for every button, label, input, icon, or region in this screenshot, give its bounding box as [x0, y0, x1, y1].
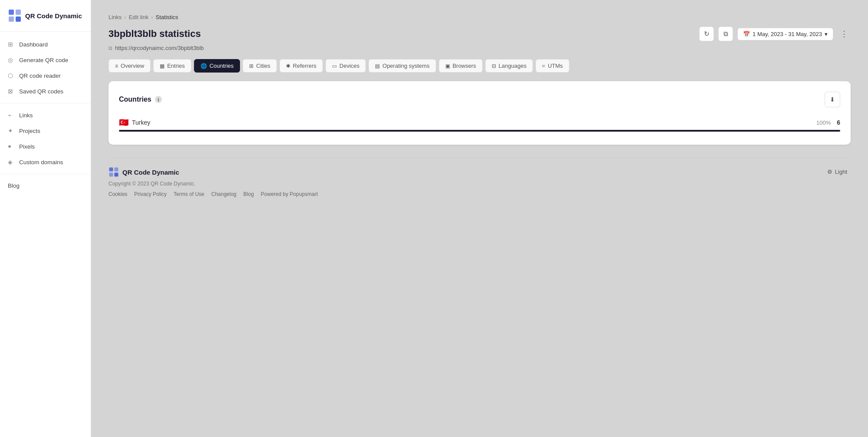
overview-icon: ≡: [115, 63, 118, 69]
sidebar-item-dashboard[interactable]: ⊞ Dashboard: [0, 37, 91, 52]
copy-icon: ⧉: [723, 30, 728, 38]
custom-domains-icon: ◈: [8, 159, 15, 166]
country-name: Turkey: [132, 119, 150, 126]
info-icon[interactable]: ℹ: [155, 96, 162, 103]
breadcrumb-edit-link[interactable]: Edit link: [129, 14, 149, 20]
sidebar-item-pixels[interactable]: ● Pixels: [0, 139, 91, 154]
svg-rect-2: [9, 17, 14, 22]
country-stats: 100% 6: [816, 119, 840, 126]
footer-logo-text: QR Code Dynamic: [122, 169, 179, 176]
sidebar-item-label: Links: [19, 112, 33, 119]
tab-overview[interactable]: ≡ Overview: [108, 59, 151, 73]
links-icon: ⌁: [8, 112, 15, 119]
sidebar-item-blog[interactable]: Blog: [0, 179, 91, 193]
card-title: Countries: [119, 96, 151, 103]
sidebar-divider-2: [0, 174, 91, 174]
country-row: 🇹🇷 Turkey 100% 6: [119, 115, 840, 134]
page-header: 3bpblt3blb statistics ↻ ⧉ 📅 1 May, 2023 …: [108, 26, 851, 41]
sidebar-logo-text: QR Code Dynamic: [25, 12, 82, 20]
os-icon: ▤: [375, 63, 380, 69]
blog-label: Blog: [8, 182, 20, 189]
country-info: 🇹🇷 Turkey 100% 6: [119, 118, 840, 127]
svg-rect-6: [109, 173, 113, 177]
country-count: 6: [837, 119, 840, 126]
progress-bar-background: [119, 130, 840, 132]
svg-rect-7: [115, 173, 118, 177]
utms-icon: ⌗: [542, 63, 545, 69]
sidebar-item-qr-reader[interactable]: ⬡ QR code reader: [0, 68, 91, 83]
sidebar-item-label: Projects: [19, 128, 40, 134]
dashboard-icon: ⊞: [8, 41, 15, 48]
footer-link-cookies[interactable]: Cookies: [108, 191, 127, 197]
breadcrumb-links[interactable]: Links: [108, 14, 122, 20]
browsers-icon: ▣: [445, 63, 450, 69]
sidebar-item-label: Saved QR codes: [19, 88, 63, 95]
languages-icon: ⊟: [492, 63, 496, 69]
tab-languages[interactable]: ⊟ Languages: [485, 59, 533, 73]
tab-entries[interactable]: ▦ Entries: [153, 59, 191, 73]
tab-cities[interactable]: ⊞ Cities: [243, 59, 277, 73]
footer-link-terms[interactable]: Terms of Use: [174, 191, 204, 197]
sidebar-item-generate-qr[interactable]: ◎ Generate QR code: [0, 53, 91, 67]
footer-link-blog[interactable]: Blog: [243, 191, 254, 197]
sidebar-item-label: Generate QR code: [19, 57, 68, 63]
sidebar: QR Code Dynamic ⊞ Dashboard ◎ Generate Q…: [0, 0, 91, 437]
tab-label: Devices: [339, 63, 359, 69]
footer-link-privacy[interactable]: Privacy Policy: [134, 191, 167, 197]
tab-utms[interactable]: ⌗ UTMs: [536, 59, 569, 73]
tab-label: UTMs: [548, 63, 563, 69]
more-button[interactable]: ⋮: [838, 27, 851, 40]
qr-reader-icon: ⬡: [8, 72, 15, 79]
page-title: 3bpblt3blb statistics: [108, 28, 201, 40]
header-actions: ↻ ⧉ 📅 1 May, 2023 - 31 May, 2023 ▾ ⋮: [699, 26, 851, 41]
sidebar-item-label: Pixels: [19, 143, 35, 150]
theme-icon: ⚙: [827, 169, 832, 175]
sidebar-item-saved-qr[interactable]: ⊠ Saved QR codes: [0, 84, 91, 99]
tab-operating-systems[interactable]: ▤ Operating systems: [368, 59, 436, 73]
tab-browsers[interactable]: ▣ Browsers: [439, 59, 483, 73]
main-content: Links › Edit link › Statistics 3bpblt3bl…: [91, 0, 868, 437]
turkey-flag: 🇹🇷: [119, 118, 128, 127]
refresh-button[interactable]: ↻: [699, 26, 714, 41]
card-header: Countries ℹ ⬇: [119, 92, 840, 107]
sidebar-item-links[interactable]: ⌁ Links: [0, 108, 91, 122]
cities-icon: ⊞: [249, 63, 253, 69]
card-title-row: Countries ℹ: [119, 96, 162, 103]
sidebar-item-custom-domains[interactable]: ◈ Custom domains: [0, 155, 91, 169]
page-url-text: https://qrcodynaimc.com/3bpblt3blb: [115, 45, 204, 51]
tab-devices[interactable]: ▭ Devices: [326, 59, 366, 73]
footer: QR Code Dynamic Copyright © 2023 QR Code…: [108, 167, 851, 197]
saved-qr-icon: ⊠: [8, 88, 15, 95]
progress-bar-fill: [119, 130, 840, 132]
footer-link-popupsmart[interactable]: Powered by Popupsmart: [261, 191, 318, 197]
tab-referrers[interactable]: ✱ Referrers: [279, 59, 323, 73]
projects-icon: ✦: [8, 127, 15, 134]
copy-button[interactable]: ⧉: [718, 26, 733, 41]
download-icon: ⬇: [830, 96, 835, 103]
countries-icon: 🌐: [201, 63, 207, 69]
svg-rect-3: [16, 17, 21, 22]
download-button[interactable]: ⬇: [825, 92, 840, 107]
svg-rect-1: [16, 10, 21, 15]
footer-link-changelog[interactable]: Changelog: [211, 191, 237, 197]
breadcrumb-current: Statistics: [156, 14, 178, 20]
tab-label: Referrers: [293, 63, 316, 69]
tab-countries[interactable]: 🌐 Countries: [194, 59, 240, 73]
footer-logo-icon: [108, 167, 119, 177]
sidebar-logo[interactable]: QR Code Dynamic: [0, 0, 91, 32]
tab-label: Overview: [121, 63, 144, 69]
tab-label: Entries: [167, 63, 184, 69]
footer-divider: [108, 158, 851, 158]
svg-rect-5: [115, 168, 118, 172]
date-range-button[interactable]: 📅 1 May, 2023 - 31 May, 2023 ▾: [737, 28, 833, 40]
footer-copyright: Copyright © 2023 QR Code Dynamic.: [108, 181, 318, 187]
logo-icon: [8, 9, 22, 23]
theme-toggle-button[interactable]: ⚙ Light: [824, 167, 851, 177]
breadcrumb: Links › Edit link › Statistics: [108, 14, 851, 20]
country-pct: 100%: [816, 119, 831, 126]
svg-rect-0: [9, 10, 14, 15]
sidebar-item-projects[interactable]: ✦ Projects: [0, 123, 91, 138]
generate-qr-icon: ◎: [8, 56, 15, 63]
tab-label: Cities: [256, 63, 270, 69]
tab-label: Browsers: [453, 63, 476, 69]
